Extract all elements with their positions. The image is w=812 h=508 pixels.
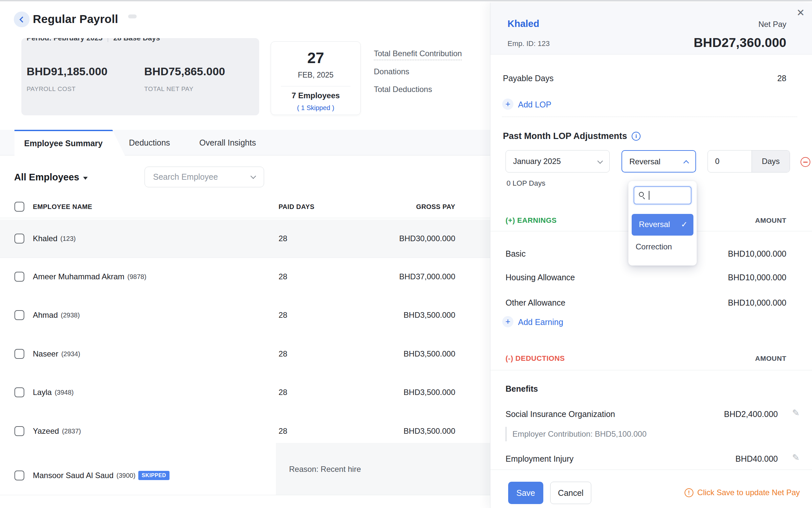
paid-days: 28 — [278, 234, 287, 243]
skipped-badge: SKIPPED — [138, 471, 169, 480]
col-gross-pay: GROSS PAY — [416, 197, 455, 216]
table-row[interactable]: Ameer Muhammad Akram(9878) 28 BHD37,000.… — [0, 258, 490, 296]
earning-label: Housing Allowance — [505, 273, 575, 282]
pay-month-year: FEB, 2025 — [271, 71, 360, 80]
employee-name-link[interactable]: Khaled — [507, 18, 539, 29]
edit-icon[interactable]: ✎ — [792, 454, 800, 462]
all-employees-filter[interactable]: All Employees — [14, 172, 88, 183]
earning-amount: BHD10,000.000 — [728, 273, 786, 282]
search-employee-select[interactable]: Search Employee — [144, 167, 264, 187]
employee-name: Ahmad — [33, 310, 58, 320]
divider — [0, 495, 490, 495]
gross-pay: BHD3,500.000 — [404, 349, 455, 358]
payroll-app: Regular Payroll Period: February 2025 28… — [0, 0, 812, 508]
remove-lop-row-icon[interactable] — [801, 157, 810, 167]
table-header: EMPLOYEE NAME PAID DAYS GROSS PAY — [0, 197, 490, 218]
cancel-button[interactable]: Cancel — [550, 482, 591, 504]
employee-id: (123) — [60, 235, 76, 243]
total-benefit-contribution-link[interactable]: Total Benefit Contribution — [374, 49, 462, 60]
employee-id: (9878) — [128, 273, 146, 281]
lop-month-value: January 2025 — [513, 151, 561, 172]
benefits-group-label: Benefits — [505, 384, 538, 394]
payroll-summary-card: Period: February 2025 28 Base Days BHD91… — [21, 38, 259, 115]
table-row[interactable]: Layla(3948) 28 BHD3,500.000 — [0, 373, 490, 411]
period-label: Period: February 2025 — [27, 38, 102, 42]
paid-days: 28 — [278, 349, 287, 358]
save-warning: ! Click Save to update Net Pay — [684, 488, 800, 497]
employee-name: Khaled — [33, 234, 57, 243]
deduction-amount: BHD40.000 — [735, 454, 778, 464]
save-button[interactable]: Save — [508, 482, 543, 504]
search-placeholder: Search Employee — [153, 167, 218, 187]
earnings-section-title: (+) EARNINGS — [505, 216, 557, 225]
tab-label: Employee Summary — [14, 131, 112, 156]
caret-down-icon — [83, 177, 88, 180]
back-button[interactable] — [14, 11, 30, 27]
pay-date-card: 27 FEB, 2025 7 Employees ( 1 Skipped ) — [271, 41, 361, 115]
table-row[interactable]: Mansoor Saud Al Saud (3900) SKIPPED — [0, 456, 490, 495]
employee-name: Naseer — [33, 349, 58, 358]
gross-pay: BHD37,000.000 — [399, 272, 455, 281]
table-row[interactable]: Ahmad(2938) 28 BHD3,500.000 — [0, 296, 490, 334]
status-badge — [128, 14, 137, 18]
tab-bar: Employee Summary Deductions Overall Insi… — [0, 130, 490, 156]
row-checkbox[interactable] — [14, 234, 24, 244]
total-deductions-link[interactable]: Total Deductions — [374, 85, 432, 94]
chevron-left-icon — [19, 16, 25, 23]
tab-overall-insights[interactable]: Overall Insights — [199, 130, 256, 156]
deduction-amount: BHD2,400.000 — [724, 410, 778, 419]
page-title: Regular Payroll — [33, 12, 118, 26]
lop-type-select[interactable]: Reversal — [622, 150, 696, 172]
edit-icon[interactable]: ✎ — [792, 409, 800, 418]
warning-icon: ! — [684, 488, 693, 497]
paid-days: 28 — [278, 426, 287, 436]
row-checkbox[interactable] — [14, 310, 24, 320]
payroll-cost-label: PAYROLL COST — [27, 85, 76, 93]
skipped-count-link[interactable]: ( 1 Skipped ) — [271, 104, 360, 112]
select-all-checkbox[interactable] — [14, 202, 24, 212]
days-unit-suffix: Days — [752, 151, 790, 172]
table-row[interactable]: Naseer(2934) 28 BHD3,500.000 — [0, 335, 490, 373]
earning-amount: BHD10,000.000 — [728, 249, 786, 259]
lop-days-input[interactable]: 0 — [715, 151, 719, 172]
donations-link[interactable]: Donations — [374, 67, 409, 76]
chevron-down-icon — [251, 173, 256, 179]
row-checkbox[interactable] — [14, 426, 24, 436]
add-lop-button[interactable]: Add LOP — [518, 100, 551, 110]
divider — [490, 370, 812, 370]
row-checkbox[interactable] — [14, 272, 24, 282]
lop-type-value: Reversal — [629, 151, 661, 172]
option-correction[interactable]: Correction — [636, 242, 672, 251]
row-checkbox[interactable] — [14, 471, 24, 480]
lop-month-select[interactable]: January 2025 — [505, 150, 610, 172]
employee-name: Yazeed — [33, 426, 59, 436]
tab-employee-summary[interactable]: Employee Summary — [14, 130, 125, 156]
net-pay-value: BHD27,360.000 — [694, 36, 786, 50]
info-icon[interactable]: i — [632, 132, 640, 141]
employee-name: Ameer Muhammad Akram — [33, 272, 125, 281]
employer-contribution-note: Employer Contribution: BHD5,100.000 — [505, 427, 646, 441]
lop-days-field[interactable]: 0 Days — [708, 150, 790, 172]
search-icon — [639, 192, 644, 197]
net-pay-label: Net Pay — [759, 20, 786, 29]
gross-pay: BHD30,000.000 — [399, 234, 455, 243]
divider — [281, 86, 351, 86]
deduction-label: Employment Injury — [505, 454, 574, 464]
pay-period: Period: February 2025 28 Base Days — [27, 38, 160, 42]
tab-deductions[interactable]: Deductions — [129, 130, 170, 156]
text-cursor — [649, 191, 649, 200]
total-net-pay-label: TOTAL NET PAY — [144, 85, 193, 93]
gross-pay: BHD3,500.000 — [404, 388, 455, 397]
payable-days-label: Payable Days — [503, 74, 553, 83]
option-reversal[interactable]: Reversal ✓ — [632, 214, 693, 236]
dropdown-search-input[interactable] — [634, 186, 691, 204]
row-checkbox[interactable] — [14, 387, 24, 397]
table-row[interactable]: Khaled(123) 28 BHD30,000.000 — [0, 219, 490, 258]
add-earning-button[interactable]: Add Earning — [518, 318, 563, 327]
base-days-label: 28 Base Days — [113, 38, 160, 42]
employee-id: (3900) — [117, 472, 136, 479]
check-icon: ✓ — [681, 214, 687, 235]
row-checkbox[interactable] — [14, 349, 24, 359]
divider — [502, 117, 797, 117]
close-icon[interactable]: ✕ — [797, 8, 805, 18]
